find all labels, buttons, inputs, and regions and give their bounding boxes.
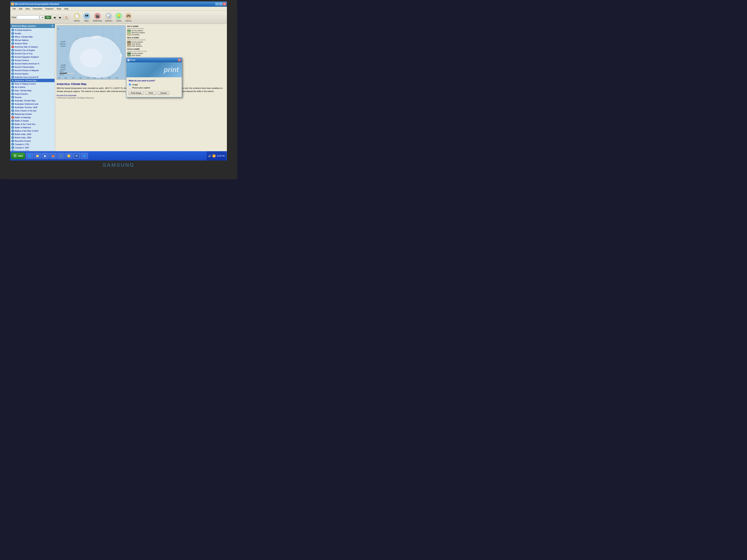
tray-sound[interactable]: 🔊 [208, 154, 211, 157]
taskbar-media[interactable]: ▶ [42, 153, 49, 159]
menu-file[interactable]: File [11, 7, 17, 10]
sidebar-item-8[interactable]: ●Ancient Egyptian Kingdom [11, 55, 54, 59]
sidebar-item-text-33: Byzantine Empire [15, 140, 31, 142]
sidebar-item-7[interactable]: ●Ancient City of Troy [11, 52, 54, 55]
taskbar-ie[interactable]: 🌐 [26, 153, 33, 159]
menu-help[interactable]: Help [63, 7, 70, 10]
forward-button[interactable]: ▶ [58, 15, 63, 20]
print-dialog: 🖨 Print ✕ print What do you want to prin… [126, 57, 182, 98]
sidebar-item-16[interactable]: ●Area of Taiping Control [11, 82, 54, 85]
sidebar-item-17[interactable]: ●Art in Africa [11, 85, 54, 89]
sidebar-item-text-13: Ancient Sparta [15, 73, 28, 75]
tray-network[interactable]: 📶 [212, 154, 215, 157]
mild-no-dry-color [127, 41, 131, 43]
menu-features[interactable]: Features [44, 7, 55, 10]
sidebar-item-12[interactable]: ●Ancient Routes of Migratio [11, 69, 54, 72]
cancel-button[interactable]: Cancel [158, 91, 169, 95]
sidebar-item-25[interactable]: ●Babylonian Empire [11, 112, 54, 116]
back-button[interactable]: ◀ [52, 15, 57, 20]
sidebar-item-28[interactable]: ●Battle of the Coral Sea [11, 123, 54, 126]
explorer-icon: 📁 [35, 154, 39, 158]
toolbar-games[interactable]: 🎮 Games [125, 13, 132, 22]
sidebar-item-23[interactable]: ●Australian Territory, 1829 [11, 106, 54, 109]
toolbar-articles[interactable]: 📄 Articles [74, 13, 80, 22]
sidebar-item-11[interactable]: ●Ancient Patriarchates [11, 65, 54, 69]
sidebar-item-31[interactable]: ●British India, 1849 [11, 133, 54, 136]
taskbar-utorrent[interactable]: μ [57, 153, 65, 159]
multimedia-icon: 🎬 [94, 13, 101, 20]
sidebar-item-30[interactable]: ●Battles of the War of 1812 [11, 129, 54, 133]
menu-edit[interactable]: Edit [17, 7, 24, 10]
toolbar-multimedia[interactable]: 🎬 Multimedia [93, 13, 102, 22]
screen: 📖 Microsoft Encarta Encyclopedia Standar… [10, 1, 227, 161]
dialog-close-button[interactable]: ✕ [178, 59, 181, 61]
print-button[interactable]: Print [145, 91, 156, 95]
start-button[interactable]: start [11, 153, 25, 159]
sidebar-item-26[interactable]: ✦Battle of Hastings [11, 116, 54, 119]
go-button[interactable]: Go [45, 16, 51, 19]
dry-winter-color [127, 34, 131, 36]
sidebar-item-32[interactable]: ●British India, 1858 [11, 136, 54, 139]
sidebar-item-1[interactable]: ●Acadia [11, 32, 54, 35]
sidebar-item-icon-11: ● [11, 66, 14, 68]
sidebar-item-27[interactable]: ●Battle of Sedan [11, 119, 54, 123]
svg-text:Ocean: Ocean [60, 68, 66, 70]
sidebar-item-36[interactable]: ●Canada in 1905 [11, 149, 54, 151]
svg-text:-150: -150 [58, 77, 60, 79]
sidebar-item-22[interactable]: ●Australian Settlement and [11, 102, 54, 106]
menu-view[interactable]: View [24, 7, 31, 10]
home-button[interactable]: 🏠 [64, 15, 69, 20]
image-radio[interactable] [129, 83, 131, 86]
sidebar-item-20[interactable]: ●Assyria [11, 96, 54, 99]
find-input[interactable] [17, 16, 39, 19]
games-icon: 🎮 [125, 13, 132, 20]
sidebar-item-18[interactable]: ●Asia: Climate Map [11, 89, 54, 92]
sidebar-item-6[interactable]: ●Ancient City of Angkor [11, 49, 54, 52]
sidebar-item-9[interactable]: ●Ancient Greece [11, 59, 54, 62]
sidebar-item-3[interactable]: ●African Nations [11, 38, 54, 42]
taskbar-app[interactable]: 🔷 [81, 153, 88, 159]
maximize-button[interactable]: □ [219, 3, 223, 6]
radio-image[interactable]: Image [129, 83, 179, 86]
sidebar-item-0[interactable]: ●A Global Epidemic [11, 28, 54, 32]
close-button[interactable]: ✕ [223, 3, 226, 6]
sidebar-item-35[interactable]: ●Canada in 1867 [11, 146, 54, 149]
sidebar-item-24[interactable]: ●Aztec Empire in the late [11, 109, 54, 112]
taskbar-firefox[interactable]: 🦊 [50, 153, 57, 159]
toolbar-online[interactable]: 💡 Online [115, 13, 122, 22]
taskbar-word[interactable]: W [73, 153, 80, 159]
sidebar-item-icon-34: ● [11, 143, 14, 145]
menu-tools[interactable]: Tools [55, 7, 63, 10]
sidebar-item-15[interactable]: ●Antarctica: Climate Map [11, 79, 54, 82]
sidebar-item-34[interactable]: ●Canada in 1791 [11, 142, 54, 146]
minimize-button[interactable]: ─ [215, 3, 219, 6]
toolbar-statistics[interactable]: 📊 Statistics [105, 13, 112, 22]
print-setup-button[interactable]: Print Setup [129, 91, 144, 95]
sidebar-item-14[interactable]: ●Antarctic Gyre (Current W [11, 75, 54, 79]
taskbar-chrome[interactable]: 🟡 [65, 153, 72, 159]
sidebar-item-33[interactable]: ●Byzantine Empire [11, 139, 54, 142]
svg-text:Atlantic: Atlantic [59, 43, 66, 45]
sidebar-item-19[interactable]: ●Asian Empires [11, 92, 54, 96]
sidebar: Historical Maps matches ✕ ●A Global Epid… [10, 24, 55, 161]
maps-icon: 🗺 [83, 13, 90, 20]
articles-label: Articles [74, 20, 80, 22]
menu-favourites[interactable]: Favourites [31, 7, 44, 10]
sidebar-item-13[interactable]: ●Ancient Sparta [11, 72, 54, 75]
toolbar-maps[interactable]: 🗺 Maps [83, 13, 90, 22]
sidebar-item-10[interactable]: ●Ancient Native American N [11, 62, 54, 65]
sidebar-list[interactable]: ●A Global Epidemic●Acadia●Africa: Climat… [10, 28, 55, 151]
caption-radio[interactable] [129, 86, 131, 89]
sidebar-item-29[interactable]: ●Battle of Waterloo [11, 126, 54, 129]
sidebar-close-button[interactable]: ✕ [52, 25, 53, 27]
sidebar-item-4[interactable]: ●Amazon River [11, 42, 54, 45]
sidebar-item-2[interactable]: ●Africa: Climate Map [11, 35, 54, 38]
taskbar-explorer[interactable]: 📁 [34, 153, 41, 159]
dialog-header: print [126, 62, 182, 77]
sidebar-item-21[interactable]: ●Australia: Climate Map [11, 99, 54, 102]
sidebar-item-icon-14: ● [11, 76, 14, 78]
sidebar-item-5[interactable]: ✦American War of Indepen [11, 45, 54, 49]
application-window: 📖 Microsoft Encarta Encyclopedia Standar… [10, 1, 227, 161]
find-dropdown[interactable] [40, 16, 44, 19]
radio-picture-caption[interactable]: Picture plus caption [129, 86, 179, 89]
